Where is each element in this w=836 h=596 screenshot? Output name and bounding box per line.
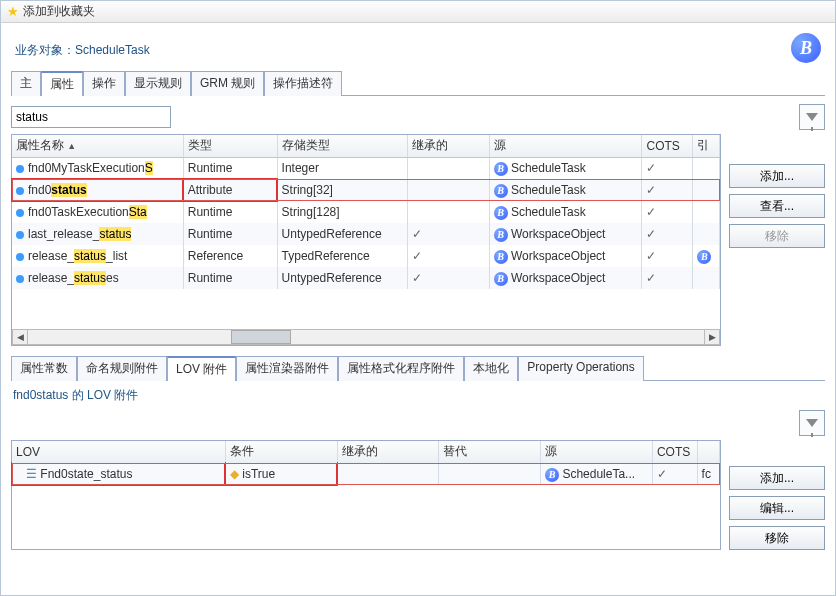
lov-add-button[interactable]: 添加... [729,466,825,490]
scroll-right-icon[interactable]: ▶ [704,329,720,345]
cell-source: B ScheduleTask [489,201,642,223]
cell-ref [693,201,720,223]
condition-icon: ◆ [230,467,239,481]
lov-col-cots[interactable]: COTS [652,441,697,463]
lov-col-source[interactable]: 源 [541,441,653,463]
cell-type: Runtime [183,157,277,179]
cell-inherited [337,463,439,485]
cell-cond: ◆ isTrue [225,463,337,485]
cell-alt [439,463,541,485]
tab-naming-rule[interactable]: 命名规则附件 [77,356,167,381]
col-inherited[interactable]: 继承的 [408,135,490,157]
col-cots[interactable]: COTS [642,135,693,157]
title-row: 业务对象：ScheduleTask B [1,23,835,67]
tab-display-rules[interactable]: 显示规则 [125,71,191,96]
add-button[interactable]: 添加... [729,164,825,188]
lov-col-alt[interactable]: 替代 [439,441,541,463]
tab-formatter[interactable]: 属性格式化程序附件 [338,356,464,381]
cell-cots: ✓ [642,267,693,289]
property-icon [16,231,24,239]
cell-store: TypedReference [277,245,407,267]
table-row[interactable]: last_release_statusRuntimeUntypedReferen… [12,223,720,245]
lov-row[interactable]: ☰ Fnd0state_status◆ isTrueB ScheduleTa..… [12,463,720,485]
cell-ref [693,267,720,289]
cell-source: B WorkspaceObject [489,245,642,267]
cell-inherited: ✓ [408,245,490,267]
cell-type: Runtime [183,267,277,289]
col-type[interactable]: 类型 [183,135,277,157]
search-input[interactable] [11,106,171,128]
cell-cots: ✓ [642,179,693,201]
search-row [11,104,825,130]
lov-remove-button[interactable]: 移除 [729,526,825,550]
cell-type: Attribute [183,179,277,201]
col-property-name[interactable]: 属性名称 ▲ [12,135,183,157]
cell-type: Runtime [183,201,277,223]
favorites-label[interactable]: 添加到收藏夹 [23,3,95,20]
star-icon: ★ [7,4,19,19]
lov-edit-button[interactable]: 编辑... [729,496,825,520]
tab-renderer[interactable]: 属性渲染器附件 [236,356,338,381]
tab-attr-const[interactable]: 属性常数 [11,356,77,381]
cell-name: fnd0TaskExecutionSta [12,201,183,223]
cell-store: String[32] [277,179,407,201]
source-icon: B [545,468,559,482]
tab-operations[interactable]: 操作 [83,71,125,96]
table-row[interactable]: fnd0statusAttributeString[32]B ScheduleT… [12,179,720,201]
tab-main[interactable]: 主 [11,71,41,96]
table-row[interactable]: release_statusesRuntimeUntypedReference✓… [12,267,720,289]
tab-lov-attach[interactable]: LOV 附件 [167,356,236,381]
cell-extra: fc [697,463,719,485]
cell-source: B WorkspaceObject [489,267,642,289]
cell-type: Runtime [183,223,277,245]
view-button[interactable]: 查看... [729,194,825,218]
filter-button[interactable] [799,104,825,130]
col-store-type[interactable]: 存储类型 [277,135,407,157]
tab-prop-ops[interactable]: Property Operations [518,356,643,381]
property-icon [16,275,24,283]
col-source[interactable]: 源 [489,135,642,157]
scroll-left-icon[interactable]: ◀ [12,329,28,345]
lov-col-lov[interactable]: LOV [12,441,225,463]
tab-localize[interactable]: 本地化 [464,356,518,381]
title-prefix: 业务对象： [15,43,75,57]
title-object: ScheduleTask [75,43,150,57]
tab-op-desc[interactable]: 操作描述符 [264,71,342,96]
cell-cots: ✓ [642,157,693,179]
lov-table: LOV 条件 继承的 替代 源 COTS ☰ Fnd0state_status◆… [12,441,720,485]
lov-col-cond[interactable]: 条件 [225,441,337,463]
cell-cots: ✓ [652,463,697,485]
lov-filter-button[interactable] [799,410,825,436]
cell-cots: ✓ [642,223,693,245]
page-title: 业务对象：ScheduleTask [15,38,791,59]
object-badge-icon: B [791,33,821,63]
horizontal-scrollbar[interactable]: ◀ ▶ [12,329,720,345]
source-icon: B [494,184,508,198]
cell-source: B ScheduleTask [489,157,642,179]
cell-ref [693,157,720,179]
table-row[interactable]: release_status_listReferenceTypedReferen… [12,245,720,267]
cell-inherited: ✓ [408,267,490,289]
remove-button: 移除 [729,224,825,248]
cell-type: Reference [183,245,277,267]
window: ★ 添加到收藏夹 业务对象：ScheduleTask B 主 属性 操作 显示规… [0,0,836,596]
cell-inherited: ✓ [408,223,490,245]
table-row[interactable]: fnd0MyTaskExecutionSRuntimeIntegerB Sche… [12,157,720,179]
tab-properties[interactable]: 属性 [41,71,83,96]
tab-grm-rules[interactable]: GRM 规则 [191,71,264,96]
col-ref[interactable]: 引 [693,135,720,157]
scroll-thumb[interactable] [231,330,291,344]
cell-source: B ScheduleTask [489,179,642,201]
properties-table-wrap: 属性名称 ▲ 类型 存储类型 继承的 源 COTS 引 fnd0MyTaskEx… [11,134,721,346]
ref-icon: B [697,250,711,264]
lov-col-inherited[interactable]: 继承的 [337,441,439,463]
table-row[interactable]: fnd0TaskExecutionStaRuntimeString[128]B … [12,201,720,223]
cell-ref: B [693,245,720,267]
cell-lov: ☰ Fnd0state_status [12,463,225,485]
funnel-icon [806,419,818,427]
lov-toolbar [11,410,825,436]
cell-cots: ✓ [642,245,693,267]
properties-table: 属性名称 ▲ 类型 存储类型 继承的 源 COTS 引 fnd0MyTaskEx… [12,135,720,289]
lov-col-extra[interactable] [697,441,719,463]
cell-name: release_statuses [12,267,183,289]
